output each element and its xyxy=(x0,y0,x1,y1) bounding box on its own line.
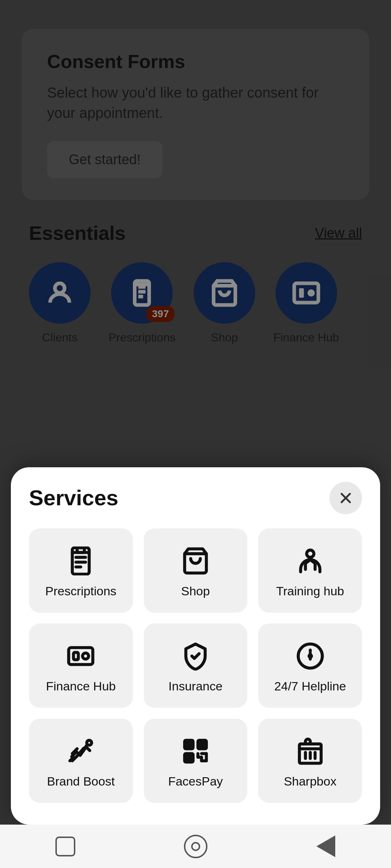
services-title: Services xyxy=(29,485,362,510)
sharpbox-service-label: Sharpbox xyxy=(284,774,337,788)
brand-service-icon xyxy=(66,737,95,766)
service-helpline[interactable]: 24/7 Helpline xyxy=(258,624,362,708)
service-insurance[interactable]: Insurance xyxy=(144,624,248,708)
svg-point-22 xyxy=(83,653,89,659)
shop-service-label: Shop xyxy=(181,584,210,598)
home-button[interactable] xyxy=(181,832,210,861)
insurance-service-icon xyxy=(181,642,210,671)
back-icon xyxy=(316,835,335,857)
insurance-service-label: Insurance xyxy=(168,679,222,693)
brand-service-label: Brand Boost xyxy=(47,774,115,788)
training-service-icon xyxy=(296,546,325,575)
recent-apps-button[interactable] xyxy=(51,832,80,861)
helpline-service-icon xyxy=(296,642,325,671)
svg-rect-30 xyxy=(200,743,204,746)
services-modal: Services Prescriptions xyxy=(11,467,380,825)
sharpbox-service-icon xyxy=(296,737,325,766)
back-button[interactable] xyxy=(311,832,340,861)
facespay-service-label: FacesPay xyxy=(168,774,223,788)
service-shop[interactable]: Shop xyxy=(144,528,248,613)
svg-rect-31 xyxy=(187,756,191,760)
finance-service-icon xyxy=(66,642,95,671)
service-prescriptions[interactable]: Prescriptions xyxy=(29,528,133,613)
service-finance-hub[interactable]: Finance Hub xyxy=(29,624,133,708)
shop-service-icon xyxy=(181,546,210,575)
android-nav-bar xyxy=(0,825,391,868)
finance-service-label: Finance Hub xyxy=(46,679,116,693)
service-brand-boost[interactable]: Brand Boost xyxy=(29,719,133,803)
home-icon-inner xyxy=(191,842,200,851)
close-button[interactable] xyxy=(329,482,362,514)
services-grid: Prescriptions Shop xyxy=(29,528,362,803)
close-icon xyxy=(339,491,353,505)
service-training-hub[interactable]: Training hub xyxy=(258,528,362,613)
svg-point-19 xyxy=(307,550,314,557)
recent-apps-icon xyxy=(55,837,75,856)
training-service-label: Training hub xyxy=(276,584,344,598)
svg-rect-21 xyxy=(73,652,78,660)
service-facespay[interactable]: FacesPay xyxy=(144,719,248,803)
facespay-service-icon xyxy=(181,737,210,766)
service-sharpbox[interactable]: Sharpbox xyxy=(258,719,362,803)
helpline-service-label: 24/7 Helpline xyxy=(274,679,346,693)
svg-rect-17 xyxy=(77,548,84,552)
svg-rect-29 xyxy=(187,743,191,746)
home-icon xyxy=(184,835,207,858)
prescription-service-icon xyxy=(66,546,95,575)
prescriptions-service-label: Prescriptions xyxy=(45,584,117,598)
